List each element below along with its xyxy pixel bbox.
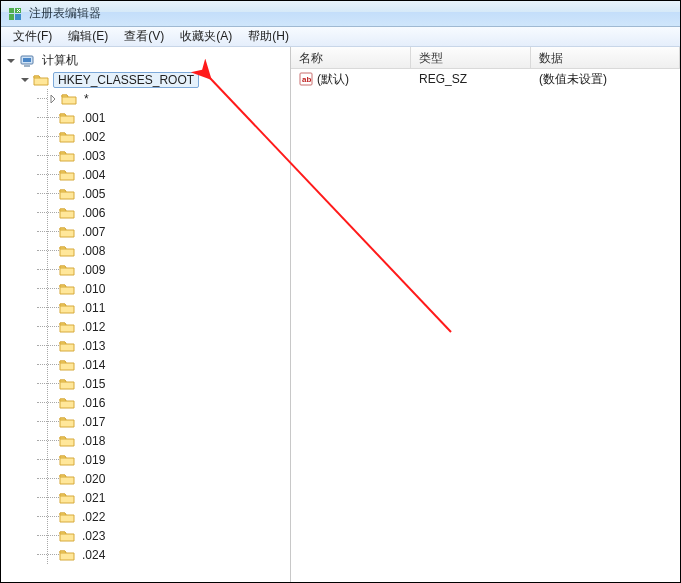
window-title: 注册表编辑器 xyxy=(29,5,101,22)
values-body[interactable]: ab (默认) REG_SZ (数值未设置) xyxy=(291,69,680,582)
tree-label-ext: .005 xyxy=(79,187,108,201)
tree-node-ext[interactable]: .002 xyxy=(1,127,290,146)
tree-node-ext[interactable]: .010 xyxy=(1,279,290,298)
tree-node-ext[interactable]: .015 xyxy=(1,374,290,393)
folder-icon xyxy=(59,262,75,278)
tree-label-ext: .008 xyxy=(79,244,108,258)
column-name[interactable]: 名称 xyxy=(291,47,411,68)
tree-node-ext[interactable]: .001 xyxy=(1,108,290,127)
registry-app-icon xyxy=(7,6,23,22)
tree-label-ext: .024 xyxy=(79,548,108,562)
tree-node-ext[interactable]: .004 xyxy=(1,165,290,184)
folder-icon xyxy=(59,110,75,126)
tree-pane[interactable]: 计算机HKEY_CLASSES_ROOT*.001.002.003.004.00… xyxy=(1,47,291,582)
column-data[interactable]: 数据 xyxy=(531,47,680,68)
folder-icon xyxy=(59,129,75,145)
titlebar: 注册表编辑器 xyxy=(1,1,680,27)
tree-label-ext: .009 xyxy=(79,263,108,277)
folder-icon xyxy=(59,433,75,449)
tree-label-ext: .012 xyxy=(79,320,108,334)
expander-icon[interactable] xyxy=(19,74,31,86)
tree-label-ext: .021 xyxy=(79,491,108,505)
tree-label-ext: .007 xyxy=(79,225,108,239)
folder-icon xyxy=(59,186,75,202)
tree-label-ext: .004 xyxy=(79,168,108,182)
value-name: (默认) xyxy=(317,71,349,88)
tree-label-star: * xyxy=(81,92,92,106)
tree-label-hkcr: HKEY_CLASSES_ROOT xyxy=(53,72,199,88)
expander-icon[interactable] xyxy=(47,93,59,105)
tree-node-ext[interactable]: .008 xyxy=(1,241,290,260)
folder-icon xyxy=(59,167,75,183)
folder-icon xyxy=(59,148,75,164)
tree-label-ext: .014 xyxy=(79,358,108,372)
svg-rect-0 xyxy=(9,8,14,13)
menu-help[interactable]: 帮助(H) xyxy=(240,27,297,46)
tree-label-ext: .016 xyxy=(79,396,108,410)
tree-label-ext: .018 xyxy=(79,434,108,448)
folder-icon xyxy=(59,471,75,487)
tree-node-computer[interactable]: 计算机 xyxy=(1,51,290,70)
tree-node-ext[interactable]: .018 xyxy=(1,431,290,450)
menubar: 文件(F) 编辑(E) 查看(V) 收藏夹(A) 帮助(H) xyxy=(1,27,680,47)
expander-icon[interactable] xyxy=(5,55,17,67)
tree-node-ext[interactable]: .017 xyxy=(1,412,290,431)
svg-text:ab: ab xyxy=(302,75,311,84)
folder-icon xyxy=(33,72,49,88)
folder-icon xyxy=(59,338,75,354)
tree-node-ext[interactable]: .012 xyxy=(1,317,290,336)
menu-favorites[interactable]: 收藏夹(A) xyxy=(172,27,240,46)
tree-node-ext[interactable]: .007 xyxy=(1,222,290,241)
svg-rect-5 xyxy=(23,58,31,62)
folder-icon xyxy=(59,357,75,373)
folder-icon xyxy=(59,528,75,544)
tree-label-ext: .003 xyxy=(79,149,108,163)
folder-icon xyxy=(59,300,75,316)
tree-node-ext[interactable]: .016 xyxy=(1,393,290,412)
menu-edit[interactable]: 编辑(E) xyxy=(60,27,116,46)
computer-icon xyxy=(19,53,35,69)
tree-label-ext: .023 xyxy=(79,529,108,543)
folder-icon xyxy=(59,452,75,468)
tree-node-ext[interactable]: .020 xyxy=(1,469,290,488)
tree-node-star[interactable]: * xyxy=(1,89,290,108)
value-type: REG_SZ xyxy=(411,72,531,86)
folder-icon xyxy=(59,205,75,221)
tree-node-ext[interactable]: .022 xyxy=(1,507,290,526)
column-type[interactable]: 类型 xyxy=(411,47,531,68)
tree-label-ext: .020 xyxy=(79,472,108,486)
folder-icon xyxy=(59,547,75,563)
tree-node-ext[interactable]: .023 xyxy=(1,526,290,545)
tree-node-ext[interactable]: .014 xyxy=(1,355,290,374)
folder-icon xyxy=(59,224,75,240)
tree-label-ext: .022 xyxy=(79,510,108,524)
tree-label-ext: .006 xyxy=(79,206,108,220)
tree-label-ext: .013 xyxy=(79,339,108,353)
menu-view[interactable]: 查看(V) xyxy=(116,27,172,46)
tree-label-ext: .001 xyxy=(79,111,108,125)
tree-label-ext: .019 xyxy=(79,453,108,467)
folder-icon xyxy=(59,414,75,430)
svg-rect-2 xyxy=(9,14,14,20)
tree-node-ext[interactable]: .021 xyxy=(1,488,290,507)
tree-node-ext[interactable]: .019 xyxy=(1,450,290,469)
folder-icon xyxy=(59,395,75,411)
value-row[interactable]: ab (默认) REG_SZ (数值未设置) xyxy=(291,69,680,89)
tree-node-hkcr[interactable]: HKEY_CLASSES_ROOT xyxy=(1,70,290,89)
tree-label-ext: .015 xyxy=(79,377,108,391)
tree-node-ext[interactable]: .003 xyxy=(1,146,290,165)
folder-icon xyxy=(59,319,75,335)
tree-label-computer: 计算机 xyxy=(39,52,81,69)
value-data: (数值未设置) xyxy=(531,71,680,88)
svg-rect-6 xyxy=(24,65,30,67)
tree-label-ext: .002 xyxy=(79,130,108,144)
tree-node-ext[interactable]: .006 xyxy=(1,203,290,222)
tree-node-ext[interactable]: .005 xyxy=(1,184,290,203)
menu-file[interactable]: 文件(F) xyxy=(5,27,60,46)
string-value-icon: ab xyxy=(299,72,313,86)
folder-icon xyxy=(59,281,75,297)
tree-node-ext[interactable]: .024 xyxy=(1,545,290,564)
tree-node-ext[interactable]: .011 xyxy=(1,298,290,317)
tree-node-ext[interactable]: .013 xyxy=(1,336,290,355)
tree-node-ext[interactable]: .009 xyxy=(1,260,290,279)
